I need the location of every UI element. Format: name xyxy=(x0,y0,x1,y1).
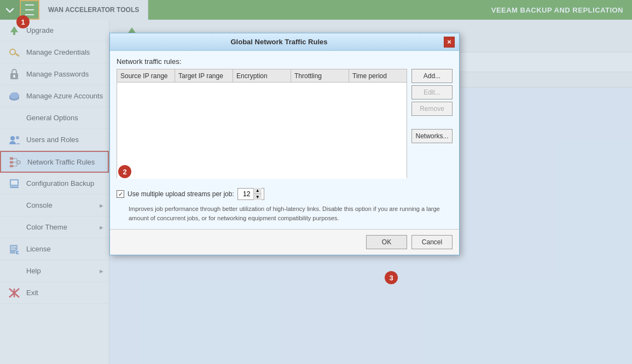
col-source-ip: Source IP range xyxy=(117,69,175,82)
networks-button[interactable]: Networks... xyxy=(411,129,453,143)
edit-button[interactable]: Edit... xyxy=(411,85,453,99)
col-time-period: Time period xyxy=(349,69,407,82)
rules-table-wrapper: Source IP range Target IP range Encrypti… xyxy=(117,69,453,184)
rules-table-container: Source IP range Target IP range Encrypti… xyxy=(117,69,407,184)
circle-3: 3 xyxy=(385,271,398,284)
streams-checkbox[interactable] xyxy=(117,190,124,198)
circle-2: 2 xyxy=(118,165,131,178)
streams-label: Use multiple upload streams per job: xyxy=(127,190,234,198)
remove-button[interactable]: Remove xyxy=(411,102,453,116)
dialog-footer: OK Cancel xyxy=(110,229,459,255)
rules-table-body[interactable] xyxy=(117,83,407,179)
dialog-title: Global Network Traffic Rules xyxy=(114,38,444,46)
global-network-traffic-rules-dialog: Global Network Traffic Rules × Network t… xyxy=(109,33,460,255)
streams-spinner: ▲ ▼ xyxy=(253,188,262,200)
dialog-bottom: Use multiple upload streams per job: 12 … xyxy=(117,188,453,222)
spinner-down-button[interactable]: ▼ xyxy=(254,194,262,200)
spinner-up-button[interactable]: ▲ xyxy=(254,188,262,194)
hint-text: Improves job performance through better … xyxy=(127,204,453,222)
rules-table-header: Source IP range Target IP range Encrypti… xyxy=(117,69,407,83)
col-encryption: Encryption xyxy=(233,69,291,82)
streams-number-input[interactable]: 12 xyxy=(240,190,253,198)
dialog-body: Network traffic rules: Source IP range T… xyxy=(110,51,459,229)
add-button[interactable]: Add... xyxy=(411,69,453,83)
streams-value-input: 12 ▲ ▼ xyxy=(237,188,264,200)
col-target-ip: Target IP range xyxy=(175,69,233,82)
dialog-close-button[interactable]: × xyxy=(444,37,455,48)
col-throttling: Throttling xyxy=(291,69,349,82)
ok-button[interactable]: OK xyxy=(366,235,407,249)
rules-section-label: Network traffic rules: xyxy=(117,57,453,66)
cancel-button[interactable]: Cancel xyxy=(411,235,453,249)
streams-row: Use multiple upload streams per job: 12 … xyxy=(117,188,453,200)
side-buttons-column: Add... Edit... Remove Networks... xyxy=(411,69,453,184)
rules-table: Source IP range Target IP range Encrypti… xyxy=(117,69,407,178)
circle-1: 1 xyxy=(16,15,30,28)
dialog-titlebar: Global Network Traffic Rules × xyxy=(110,33,459,51)
